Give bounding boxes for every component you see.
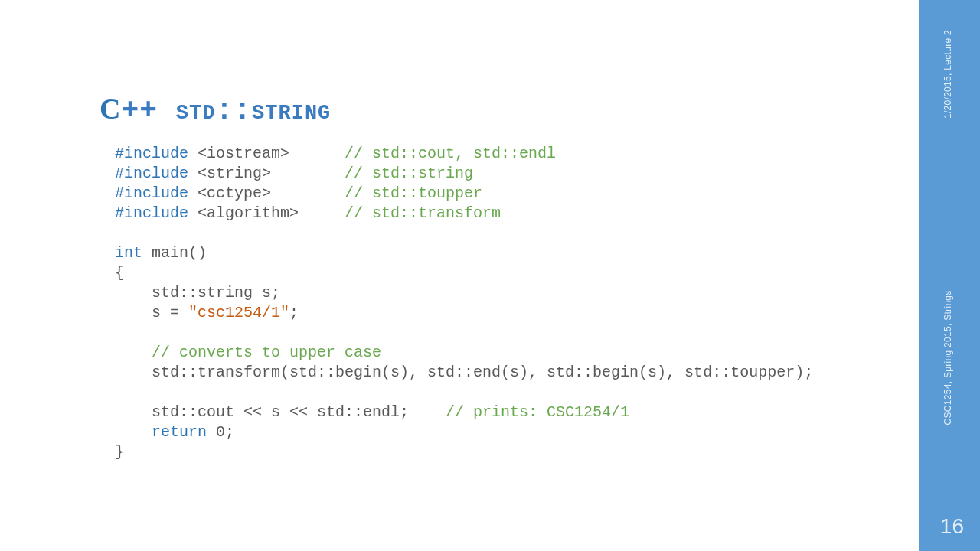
header-date: 1/20/2015, Lecture 2 (942, 28, 953, 120)
code-txt: s = (115, 304, 188, 321)
page-number: 16 (940, 514, 964, 539)
code-kw: #include (115, 145, 188, 162)
code-txt: <iostream> (188, 145, 345, 162)
code-txt: std::cout << s << std::endl; (115, 403, 446, 421)
code-txt (115, 344, 152, 361)
code-txt: ; (289, 304, 299, 321)
code-comment: // prints: CSC1254/1 (446, 403, 629, 421)
code-txt: std::string s; (115, 284, 280, 302)
footer-course: CSC1254, Spring 2015, Strings (942, 299, 953, 425)
code-kw: #include (115, 184, 188, 202)
code-kw: #include (115, 204, 188, 222)
slide-title: C++ std::string (100, 92, 331, 127)
code-txt: main() (142, 244, 207, 262)
code-kw: return (152, 423, 207, 441)
code-comment: // converts to upper case (152, 344, 381, 361)
code-txt: <algorithm> (188, 204, 345, 222)
code-txt: <cctype> (188, 184, 345, 202)
code-txt: { (115, 264, 124, 282)
code-comment: // std::string (345, 165, 473, 182)
code-block: #include <iostream> // std::cout, std::e… (115, 144, 813, 462)
slide-sidebar: 1/20/2015, Lecture 2 CSC1254, Spring 201… (919, 0, 980, 551)
code-string: "csc1254/1" (188, 304, 289, 321)
code-txt: std::transform(std::begin(s), std::end(s… (115, 364, 813, 381)
code-comment: // std::toupper (345, 184, 482, 202)
code-kw: int (115, 244, 142, 262)
code-txt (115, 423, 152, 441)
code-txt: } (115, 443, 124, 461)
code-comment: // std::cout, std::endl (345, 145, 556, 162)
title-suffix: ++ std::string (121, 94, 331, 127)
code-txt: <string> (188, 165, 345, 182)
slide: C++ std::string #include <iostream> // s… (0, 0, 980, 551)
code-comment: // std::transform (345, 204, 501, 222)
code-kw: #include (115, 165, 188, 182)
code-txt: 0; (207, 423, 234, 441)
title-prefix: C (100, 93, 121, 125)
